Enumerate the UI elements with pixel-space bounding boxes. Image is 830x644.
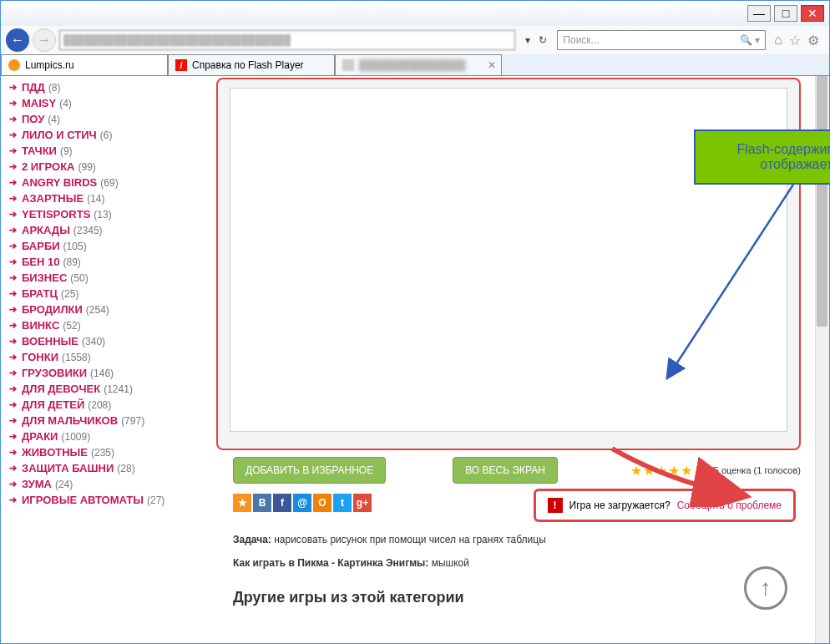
sidebar-item[interactable]: ➔MAISY(4) xyxy=(1,95,195,111)
share-facebook-icon[interactable]: f xyxy=(273,494,291,512)
sidebar-item[interactable]: ➔2 ИГРОКА(99) xyxy=(1,159,195,175)
sidebar-item[interactable]: ➔ТАЧКИ(9) xyxy=(1,143,195,159)
category-link[interactable]: БРОДИЛКИ xyxy=(22,303,83,316)
share-favorite-icon[interactable]: ★ xyxy=(233,494,251,512)
category-count: (254) xyxy=(86,304,109,316)
sidebar-item[interactable]: ➔БРАТЦ(25) xyxy=(1,286,195,302)
howto-text: мышкой xyxy=(432,557,469,569)
arrow-icon: ➔ xyxy=(9,209,17,220)
window-controls: — □ ✕ xyxy=(747,5,824,22)
refresh-icon[interactable]: ↻ xyxy=(535,34,550,46)
category-link[interactable]: БЕН 10 xyxy=(22,256,59,268)
category-count: (9) xyxy=(60,145,73,157)
dropdown-icon[interactable]: ▾ xyxy=(522,34,534,46)
sidebar-item[interactable]: ➔ЗУМА(24) xyxy=(1,476,195,492)
search-icon[interactable]: 🔍 ▾ xyxy=(740,34,760,46)
tab-lumpics[interactable]: Lumpics.ru xyxy=(1,54,168,75)
fullscreen-button[interactable]: ВО ВЕСЬ ЭКРАН xyxy=(453,457,558,484)
warning-icon: ! xyxy=(548,498,563,513)
sidebar-item[interactable]: ➔ВИНКС(52) xyxy=(1,317,195,333)
sidebar-item[interactable]: ➔БАРБИ(105) xyxy=(1,238,195,254)
sidebar-item[interactable]: ➔YETISPORTS(13) xyxy=(1,206,195,222)
address-bar[interactable]: ████████████████████████████████ xyxy=(59,30,515,50)
sidebar-item[interactable]: ➔ЖИВОТНЫЕ(235) xyxy=(1,444,195,460)
sidebar-item[interactable]: ➔АЗАРТНЫЕ(14) xyxy=(1,190,195,206)
category-link[interactable]: MAISY xyxy=(22,97,56,109)
category-link[interactable]: ДЛЯ ДЕТЕЙ xyxy=(22,398,84,411)
maximize-button[interactable]: □ xyxy=(774,5,797,22)
close-button[interactable]: ✕ xyxy=(801,5,824,22)
sidebar-item[interactable]: ➔АРКАДЫ(2345) xyxy=(1,222,195,238)
back-button[interactable]: ← xyxy=(6,28,29,52)
category-link[interactable]: АРКАДЫ xyxy=(22,224,70,236)
home-icon[interactable]: ⌂ xyxy=(774,33,782,48)
sidebar-item[interactable]: ➔ГОНКИ(1558) xyxy=(1,349,195,365)
category-count: (1241) xyxy=(104,383,133,395)
category-link[interactable]: ЗУМА xyxy=(22,478,52,490)
sidebar-item[interactable]: ➔ПОУ(4) xyxy=(1,111,195,127)
tab-third[interactable]: ███████████████ ✕ xyxy=(335,54,502,75)
favorites-icon[interactable]: ☆ xyxy=(789,33,801,48)
category-link[interactable]: ГРУЗОВИКИ xyxy=(22,367,87,379)
share-twitter-icon[interactable]: t xyxy=(333,494,352,512)
category-link[interactable]: ИГРОВЫЕ АВТОМАТЫ xyxy=(22,494,144,506)
arrow-icon: ➔ xyxy=(9,177,17,188)
sidebar-item[interactable]: ➔ДРАКИ(1009) xyxy=(1,428,195,444)
sidebar-item[interactable]: ➔БЕН 10(89) xyxy=(1,254,195,270)
category-link[interactable]: ANGRY BIRDS xyxy=(22,176,97,189)
category-link[interactable]: YETISPORTS xyxy=(22,208,90,221)
category-link[interactable]: ЗАЩИТА БАШНИ xyxy=(22,462,114,474)
category-count: (235) xyxy=(91,447,114,459)
tab-close-icon[interactable]: ✕ xyxy=(488,59,496,71)
category-link[interactable]: ЖИВОТНЫЕ xyxy=(22,446,88,459)
category-link[interactable]: ПОУ xyxy=(22,113,44,125)
share-vk-icon[interactable]: B xyxy=(253,494,271,512)
category-link[interactable]: ВОЕННЫЕ xyxy=(22,335,78,347)
arrow-icon: ➔ xyxy=(9,352,17,363)
category-link[interactable]: 2 ИГРОКА xyxy=(22,160,75,173)
sidebar-item[interactable]: ➔ДЛЯ ДЕВОЧЕК(1241) xyxy=(1,381,195,397)
sidebar-item[interactable]: ➔БИЗНЕС(50) xyxy=(1,270,195,286)
category-link[interactable]: ДЛЯ МАЛЬЧИКОВ xyxy=(22,414,118,427)
category-link[interactable]: БАРБИ xyxy=(22,240,60,252)
category-link[interactable]: ГОНКИ xyxy=(22,351,58,363)
category-link[interactable]: ЛИЛО И СТИЧ xyxy=(22,129,97,141)
category-count: (6) xyxy=(100,129,113,141)
forward-button[interactable]: → xyxy=(33,28,56,52)
sidebar-item[interactable]: ➔ANGRY BIRDS(69) xyxy=(1,175,195,190)
sidebar-item[interactable]: ➔БРОДИЛКИ(254) xyxy=(1,302,195,317)
sidebar-item[interactable]: ➔ГРУЗОВИКИ(146) xyxy=(1,365,195,381)
category-link[interactable]: БРАТЦ xyxy=(22,287,58,300)
sidebar-item[interactable]: ➔ИГРОВЫЕ АВТОМАТЫ(27) xyxy=(1,492,195,508)
favicon-adobe: / xyxy=(175,59,187,71)
category-link[interactable]: ПДД xyxy=(22,81,45,94)
category-link[interactable]: АЗАРТНЫЕ xyxy=(22,192,84,205)
sidebar-item[interactable]: ➔ДЛЯ МАЛЬЧИКОВ(797) xyxy=(1,413,195,428)
sidebar-item[interactable]: ➔ПДД(8) xyxy=(1,79,195,95)
scroll-top-button[interactable]: ↑ xyxy=(744,566,787,610)
sidebar-item[interactable]: ➔ЗАЩИТА БАШНИ(28) xyxy=(1,460,195,476)
add-favorite-button[interactable]: ДОБАВИТЬ В ИЗБРАННОЕ xyxy=(233,457,386,484)
search-box[interactable]: Поиск... 🔍 ▾ xyxy=(557,30,766,50)
category-link[interactable]: БИЗНЕС xyxy=(22,271,67,284)
category-link[interactable]: ДЛЯ ДЕВОЧЕК xyxy=(22,383,100,395)
category-sidebar: ➔ПДД(8)➔MAISY(4)➔ПОУ(4)➔ЛИЛО И СТИЧ(6)➔Т… xyxy=(1,76,195,643)
share-mailru-icon[interactable]: @ xyxy=(293,494,311,512)
favicon-lumpics xyxy=(8,59,20,71)
settings-icon[interactable]: ⚙ xyxy=(807,33,819,48)
category-link[interactable]: ДРАКИ xyxy=(22,430,58,443)
category-count: (4) xyxy=(59,98,72,109)
tab-flash-help[interactable]: / Справка по Flash Player xyxy=(168,54,335,75)
sidebar-item[interactable]: ➔ЛИЛО И СТИЧ(6) xyxy=(1,127,195,143)
share-ok-icon[interactable]: O xyxy=(313,494,331,512)
category-count: (208) xyxy=(88,399,111,411)
sidebar-item[interactable]: ➔ВОЕННЫЕ(340) xyxy=(1,333,195,349)
category-count: (1558) xyxy=(62,352,91,363)
share-gplus-icon[interactable]: g+ xyxy=(353,494,372,512)
category-count: (105) xyxy=(63,241,87,252)
minimize-button[interactable]: — xyxy=(747,5,771,22)
sidebar-item[interactable]: ➔ДЛЯ ДЕТЕЙ(208) xyxy=(1,397,195,413)
category-link[interactable]: ВИНКС xyxy=(22,319,59,332)
category-link[interactable]: ТАЧКИ xyxy=(22,145,57,157)
category-count: (13) xyxy=(94,209,111,221)
